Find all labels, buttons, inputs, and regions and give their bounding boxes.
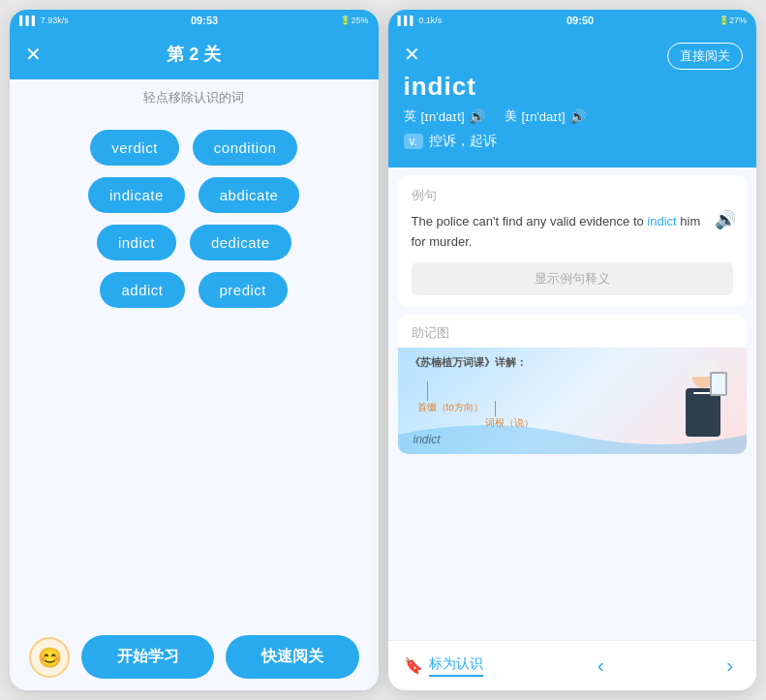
word-addict[interactable]: addict bbox=[100, 272, 184, 308]
definition-row: v. 控诉，起诉 bbox=[404, 133, 742, 150]
left-header: ✕ 第 2 关 bbox=[10, 31, 379, 79]
word-indicate[interactable]: indicate bbox=[88, 177, 185, 213]
example-speaker-icon[interactable]: 🔊 bbox=[718, 212, 733, 228]
mark-label: 标为认识 bbox=[429, 655, 483, 671]
right-phone: ▌▌▌ 0.1k/s 09:50 🔋27% ✕ 直接阅关 indict 英 [ɪ… bbox=[388, 10, 757, 690]
word-abdicate[interactable]: abdicate bbox=[199, 177, 300, 213]
us-speaker-icon[interactable]: 🔊 bbox=[570, 108, 586, 124]
example-label: 例句 bbox=[412, 187, 734, 204]
words-row-4: addict predict bbox=[100, 272, 288, 308]
uk-speaker-icon[interactable]: 🔊 bbox=[470, 108, 485, 124]
quick-pass-button[interactable]: 快速阅关 bbox=[226, 635, 358, 679]
example-text: The police can't find any valid evidence… bbox=[412, 212, 711, 253]
left-time: 09:53 bbox=[191, 15, 218, 26]
word-predict[interactable]: predict bbox=[199, 272, 289, 308]
word-verdict[interactable]: verdict bbox=[90, 130, 179, 166]
mnemonic-title: 《苏楠植万词课》详解： bbox=[410, 355, 527, 370]
word-condition[interactable]: condition bbox=[193, 130, 298, 166]
left-battery: 🔋25% bbox=[340, 15, 368, 25]
show-meaning-button[interactable]: 显示例句释义 bbox=[412, 262, 734, 295]
bookmark-icon: 🔖 bbox=[404, 656, 423, 675]
mnemonic-image: 《苏楠植万词课》详解： 首缀（to方向） 词根（说） indict bbox=[398, 348, 748, 454]
left-close-button[interactable]: ✕ bbox=[25, 43, 42, 66]
mnemonic-card: 助记图 《苏楠植万词课》详解： 首缀（to方向） 词根（说） indict bbox=[398, 315, 748, 454]
left-title: 第 2 关 bbox=[167, 43, 221, 66]
mnemonic-annotation1: 首缀（to方向） bbox=[417, 381, 483, 414]
words-row-2: indicate abdicate bbox=[88, 177, 299, 213]
pos-badge: v. bbox=[404, 134, 423, 149]
phonetic-uk: 英 [ɪn'daɪt] 🔊 bbox=[404, 107, 485, 125]
left-phone: ▌▌▌ 7.93k/s 09:53 🔋25% ✕ 第 2 关 轻点移除认识的词 … bbox=[10, 10, 379, 690]
words-row-3: indict dedicate bbox=[97, 225, 291, 260]
avatar: 😊 bbox=[29, 637, 70, 678]
us-label: 美 bbox=[505, 107, 517, 125]
right-signal: ▌▌▌ 0.1k/s bbox=[398, 15, 443, 25]
example-card: 例句 The police can't find any valid evide… bbox=[398, 175, 748, 307]
words-row-1: verdict condition bbox=[90, 130, 297, 166]
us-phonetic: [ɪn'daɪt] bbox=[522, 109, 566, 124]
left-footer: 😊 开始学习 快速阅关 bbox=[10, 624, 379, 690]
definition-text: 控诉，起诉 bbox=[429, 133, 497, 150]
right-footer: 🔖 标为认识 ‹ › bbox=[388, 640, 757, 690]
right-header: ✕ 直接阅关 indict 英 [ɪn'daɪt] 🔊 美 [ɪn'daɪt] … bbox=[388, 31, 757, 167]
example-before: The police can't find any valid evidence… bbox=[412, 214, 648, 228]
right-body: 例句 The police can't find any valid evide… bbox=[388, 167, 757, 640]
phonetic-us: 美 [ɪn'daɪt] 🔊 bbox=[505, 107, 586, 125]
mark-known-button[interactable]: 🔖 标为认识 bbox=[404, 655, 483, 677]
right-status-bar: ▌▌▌ 0.1k/s 09:50 🔋27% bbox=[388, 10, 757, 31]
next-arrow[interactable]: › bbox=[719, 651, 741, 681]
right-quick-btn[interactable]: 直接阅关 bbox=[667, 43, 743, 70]
uk-label: 英 bbox=[404, 107, 416, 125]
left-subtitle: 轻点移除认识的词 bbox=[10, 79, 379, 116]
right-battery: 🔋27% bbox=[719, 15, 747, 25]
word-dedicate[interactable]: dedicate bbox=[190, 225, 291, 260]
right-time: 09:50 bbox=[567, 15, 594, 26]
underline-bar bbox=[429, 675, 483, 677]
right-close-button[interactable]: ✕ bbox=[404, 43, 420, 66]
example-highlight: indict bbox=[647, 214, 676, 228]
mnemonic-label: 助记图 bbox=[398, 315, 748, 348]
left-signal: ▌▌▌ 7.93k/s bbox=[19, 15, 69, 25]
prev-arrow[interactable]: ‹ bbox=[590, 651, 612, 681]
phonetic-row: 英 [ɪn'daɪt] 🔊 美 [ɪn'daɪt] 🔊 bbox=[404, 107, 742, 125]
start-learning-button[interactable]: 开始学习 bbox=[81, 635, 214, 679]
left-status-bar: ▌▌▌ 7.93k/s 09:53 🔋25% bbox=[10, 10, 379, 31]
words-grid: verdict condition indicate abdicate indi… bbox=[10, 116, 379, 624]
word-display: indict bbox=[404, 72, 742, 102]
word-indict[interactable]: indict bbox=[97, 225, 176, 260]
example-row: The police can't find any valid evidence… bbox=[412, 212, 734, 253]
uk-phonetic: [ɪn'daɪt] bbox=[421, 109, 465, 124]
